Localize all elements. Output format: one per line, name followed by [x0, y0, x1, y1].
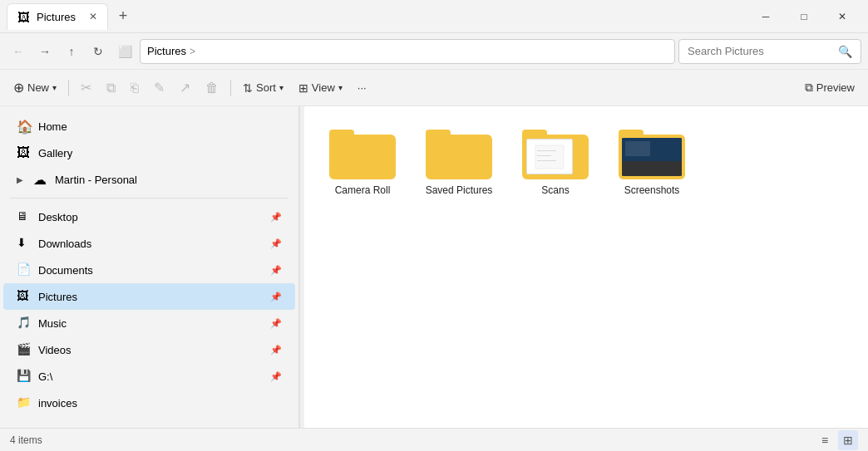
- new-chevron-icon: ▾: [52, 83, 57, 92]
- tab-icon: 🖼: [17, 10, 30, 24]
- sidebar-item-label: Desktop: [38, 211, 264, 223]
- pin-icon: 📌: [270, 345, 282, 355]
- preview-icon: ⧉: [805, 81, 813, 95]
- pin-icon: 📌: [270, 318, 282, 329]
- refresh-button[interactable]: ↻: [86, 40, 110, 63]
- sidebar-item-videos[interactable]: 🎬 Videos 📌: [3, 336, 295, 363]
- pictures-icon: 🖼: [17, 289, 32, 304]
- sidebar-item-label: Home: [38, 120, 282, 133]
- back-button[interactable]: ←: [7, 40, 30, 63]
- sidebar-item-label: Music: [38, 317, 264, 330]
- folder-scans-label: Scans: [541, 184, 569, 196]
- toolbar-separator-2: [230, 80, 231, 96]
- folder-screenshots-label: Screenshots: [624, 184, 680, 196]
- sidebar: 🏠 Home 🖼 Gallery ▶ ☁ Martin - Personal 🖥…: [0, 106, 299, 428]
- pin-icon: 📌: [270, 371, 282, 382]
- sort-button[interactable]: ⇅ Sort ▾: [236, 75, 290, 101]
- folder-icon: 📁: [17, 395, 32, 410]
- more-button[interactable]: ···: [351, 75, 373, 101]
- minimize-button[interactable]: ─: [747, 3, 785, 30]
- cut-button: ✂: [74, 75, 98, 101]
- sidebar-item-martin[interactable]: ▶ ☁ Martin - Personal: [3, 166, 295, 193]
- sidebar-item-invoices[interactable]: 📁 invoices: [3, 390, 295, 416]
- sidebar-item-label: Pictures: [38, 291, 264, 303]
- titlebar: 🖼 Pictures ✕ + ─ □ ✕: [0, 0, 868, 33]
- view-button[interactable]: ⬜: [113, 40, 136, 63]
- view-button[interactable]: ⊞ View ▾: [292, 75, 349, 101]
- folder-saved-pictures[interactable]: Saved Pictures: [417, 123, 501, 203]
- sidebar-item-home[interactable]: 🏠 Home: [3, 113, 295, 140]
- toolbar-separator: [68, 80, 69, 96]
- view-icon: ⊞: [298, 81, 308, 95]
- sidebar-item-label: Videos: [38, 344, 264, 356]
- sidebar-item-label: Gallery: [38, 147, 282, 159]
- main-layout: 🏠 Home 🖼 Gallery ▶ ☁ Martin - Personal 🖥…: [0, 106, 868, 428]
- search-icon: 🔍: [838, 45, 852, 58]
- videos-icon: 🎬: [17, 342, 32, 357]
- share-button: ↗: [173, 75, 197, 101]
- folder-camera-roll-label: Camera Roll: [335, 184, 391, 196]
- home-icon: 🏠: [17, 119, 32, 134]
- sidebar-item-gallery[interactable]: 🖼 Gallery: [3, 140, 295, 166]
- search-box[interactable]: 🔍: [678, 39, 861, 64]
- close-button[interactable]: ✕: [823, 3, 861, 30]
- sidebar-separator: [10, 198, 289, 199]
- content-area: Camera Roll Saved Pictures ────────: [304, 106, 868, 428]
- restore-button[interactable]: □: [785, 3, 823, 30]
- titlebar-tab[interactable]: 🖼 Pictures ✕: [7, 3, 108, 30]
- up-button[interactable]: ↑: [60, 40, 83, 63]
- folder-screenshots[interactable]: Screenshots: [610, 123, 693, 203]
- search-input[interactable]: [688, 45, 833, 57]
- pin-icon: 📌: [270, 265, 282, 276]
- rename-button: ✎: [147, 75, 171, 101]
- sidebar-item-downloads[interactable]: ⬇ Downloads 📌: [3, 230, 295, 257]
- new-tab-button[interactable]: +: [111, 5, 135, 28]
- sort-icon: ⇅: [243, 81, 253, 95]
- svg-text:──────: ──────: [536, 154, 551, 158]
- items-count: 4 items: [10, 434, 42, 446]
- folder-scans-icon: ──────── ────── ────────: [522, 130, 589, 179]
- preview-button[interactable]: ⧉ Preview: [798, 75, 861, 101]
- svg-text:────────: ────────: [536, 149, 556, 153]
- svg-text:────────: ────────: [536, 159, 556, 163]
- documents-icon: 📄: [17, 262, 32, 277]
- paste-button: ⎗: [124, 75, 145, 101]
- sidebar-item-label: Documents: [38, 264, 264, 277]
- sidebar-item-gdrive[interactable]: 💾 G:\ 📌: [3, 363, 295, 390]
- forward-button[interactable]: →: [33, 40, 57, 63]
- sidebar-item-pictures[interactable]: 🖼 Pictures 📌: [3, 283, 295, 310]
- new-button[interactable]: ⊕ New ▾: [7, 75, 63, 101]
- breadcrumb[interactable]: Pictures >: [140, 39, 675, 64]
- folder-camera-roll[interactable]: Camera Roll: [321, 123, 404, 203]
- sidebar-item-label: Martin - Personal: [55, 174, 282, 186]
- folder-camera-roll-icon: [329, 130, 396, 179]
- desktop-icon: 🖥: [17, 209, 32, 224]
- statusbar: 4 items ≡ ⊞: [0, 428, 868, 451]
- tab-label: Pictures: [37, 11, 76, 23]
- toolbar: ⊕ New ▾ ✂ ⧉ ⎗ ✎ ↗ 🗑 ⇅ Sort ▾ ⊞ View ▾ ··…: [0, 70, 868, 106]
- music-icon: 🎵: [17, 316, 32, 331]
- gallery-icon: 🖼: [17, 145, 32, 160]
- folder-saved-pictures-label: Saved Pictures: [426, 184, 493, 196]
- grid-view-button[interactable]: ⊞: [838, 430, 858, 450]
- folder-screenshots-icon: [619, 130, 685, 179]
- copy-button: ⧉: [100, 75, 122, 101]
- pin-icon: 📌: [270, 238, 282, 249]
- list-view-button[interactable]: ≡: [815, 430, 835, 450]
- tab-close-icon[interactable]: ✕: [89, 11, 97, 22]
- drive-icon: 💾: [17, 369, 32, 384]
- sidebar-item-desktop[interactable]: 🖥 Desktop 📌: [3, 203, 295, 230]
- new-icon: ⊕: [13, 80, 24, 96]
- pin-icon: 📌: [270, 212, 282, 223]
- folder-saved-pictures-icon: [426, 130, 492, 179]
- sidebar-item-documents[interactable]: 📄 Documents 📌: [3, 257, 295, 283]
- sidebar-item-label: Downloads: [38, 238, 264, 250]
- breadcrumb-text: Pictures: [147, 45, 186, 57]
- folder-scans[interactable]: ──────── ────── ──────── Scans: [514, 123, 597, 203]
- sidebar-item-music[interactable]: 🎵 Music 📌: [3, 310, 295, 336]
- window-controls: ─ □ ✕: [747, 3, 861, 30]
- breadcrumb-separator: >: [190, 46, 195, 57]
- expand-icon: ▶: [17, 175, 23, 184]
- addressbar: ← → ↑ ↻ ⬜ Pictures > 🔍: [0, 33, 868, 70]
- downloads-icon: ⬇: [17, 236, 32, 251]
